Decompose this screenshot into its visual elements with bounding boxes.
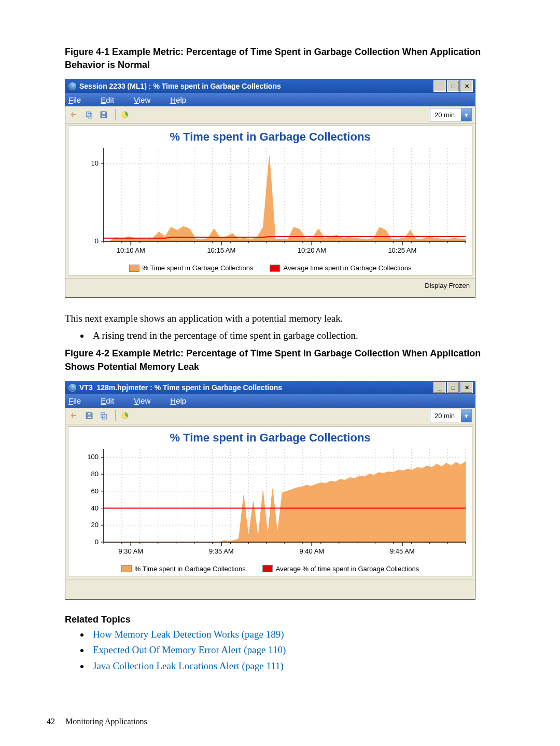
figure-4-1-caption: Figure 4-1 Example Metric: Percentage of… xyxy=(65,46,513,72)
svg-text:20: 20 xyxy=(91,521,99,529)
menu-help[interactable]: Help xyxy=(170,95,186,104)
body-paragraph: This next example shows an application w… xyxy=(65,311,513,326)
titlebar[interactable]: Session 2233 (ML1) : % Time spent in Gar… xyxy=(65,79,475,93)
svg-text:9:40 AM: 9:40 AM xyxy=(299,547,324,555)
svg-text:10:20 AM: 10:20 AM xyxy=(298,246,326,254)
gc-chart-leak: 0204060801009:30 AM9:35 AM9:40 AM9:45 AM xyxy=(68,446,471,563)
close-button[interactable]: ✕ xyxy=(460,80,473,92)
related-topics-list: How Memory Leak Detection Works (page 18… xyxy=(65,627,513,674)
status-bar xyxy=(65,579,475,599)
body-bullet: A rising trend in the percentage of time… xyxy=(90,328,513,343)
pie-icon[interactable] xyxy=(119,409,131,422)
legend: % Time spent in Garbage Collections Aver… xyxy=(68,262,472,275)
link-memory-leak-detection[interactable]: How Memory Leak Detection Works (page 18… xyxy=(93,629,284,640)
svg-rect-63 xyxy=(88,413,91,415)
svg-text:40: 40 xyxy=(91,504,99,512)
menu-view[interactable]: View xyxy=(134,95,150,104)
legend-series-2: Average time spent in Garbage Collection… xyxy=(283,264,411,272)
time-range-dropdown[interactable]: 20 min ▾ xyxy=(430,108,472,121)
figure-4-2-caption: Figure 4-2 Example Metric: Percentage of… xyxy=(65,347,513,373)
menu-file[interactable]: File xyxy=(68,396,81,405)
svg-text:10:10 AM: 10:10 AM xyxy=(117,246,145,254)
link-collection-leak-alert[interactable]: Java Collection Leak Locations Alert (pa… xyxy=(93,660,284,671)
status-bar: Display Frozen xyxy=(65,278,475,295)
window-title: VT3_128m.hpjmeter : % Time spent in Garb… xyxy=(79,383,282,392)
time-range-value: 20 min xyxy=(430,111,461,119)
toolbar: 20 min ▾ xyxy=(65,106,475,123)
svg-text:80: 80 xyxy=(91,470,99,478)
svg-text:60: 60 xyxy=(91,487,99,495)
svg-text:9:45 AM: 9:45 AM xyxy=(390,547,415,555)
svg-text:9:30 AM: 9:30 AM xyxy=(118,547,143,555)
svg-text:0: 0 xyxy=(95,538,99,546)
menu-view[interactable]: View xyxy=(134,396,150,405)
menu-file[interactable]: File xyxy=(68,95,81,104)
copy-icon[interactable] xyxy=(97,409,110,422)
menu-help[interactable]: Help xyxy=(170,396,186,405)
legend-series-1: % Time spent in Garbage Collections xyxy=(143,264,254,272)
svg-text:9:35 AM: 9:35 AM xyxy=(209,547,234,555)
legend-series-2: Average % of time spent in Garbage Colle… xyxy=(276,565,419,573)
toolbar: 20 min ▾ xyxy=(65,408,475,424)
section-name: Monitoring Applications xyxy=(65,717,147,726)
time-range-dropdown[interactable]: 20 min ▾ xyxy=(430,409,472,422)
copy-icon[interactable] xyxy=(83,108,95,121)
chevron-down-icon: ▾ xyxy=(461,108,471,121)
svg-text:10:25 AM: 10:25 AM xyxy=(388,246,416,254)
close-button[interactable]: ✕ xyxy=(460,382,473,393)
legend-series-1: % Time spent in Garbage Collections xyxy=(135,565,246,573)
related-topics-heading: Related Topics xyxy=(65,614,513,625)
svg-text:0: 0 xyxy=(95,237,99,245)
window-gc-leak: VT3_128m.hpjmeter : % Time spent in Garb… xyxy=(65,381,475,600)
page-number: 42 xyxy=(47,717,55,726)
maximize-button[interactable]: □ xyxy=(447,80,459,92)
chart-title: % Time spent in Garbage Collections xyxy=(68,427,472,446)
save-icon[interactable] xyxy=(83,409,95,422)
chevron-down-icon: ▾ xyxy=(461,409,471,422)
gc-chart-normal: 01010:10 AM10:15 AM10:20 AM10:25 AM xyxy=(68,145,471,262)
back-icon[interactable] xyxy=(68,409,81,422)
chart-title: % Time spent in Garbage Collections xyxy=(68,126,472,145)
save-icon[interactable] xyxy=(97,108,110,121)
menubar: File Edit View Help xyxy=(65,93,475,106)
svg-text:10:15 AM: 10:15 AM xyxy=(207,246,235,254)
window-title: Session 2233 (ML1) : % Time spent in Gar… xyxy=(79,82,281,90)
window-gc-normal: Session 2233 (ML1) : % Time spent in Gar… xyxy=(65,79,475,298)
titlebar[interactable]: VT3_128m.hpjmeter : % Time spent in Garb… xyxy=(65,381,475,394)
svg-rect-64 xyxy=(87,417,91,419)
java-icon xyxy=(68,82,76,90)
legend: % Time spent in Garbage Collections Aver… xyxy=(68,563,472,576)
menu-edit[interactable]: Edit xyxy=(101,95,114,104)
java-icon xyxy=(68,384,76,392)
back-icon[interactable] xyxy=(68,108,81,121)
maximize-button[interactable]: □ xyxy=(447,382,459,393)
svg-rect-2 xyxy=(102,112,105,114)
minimize-button[interactable]: _ xyxy=(433,80,446,92)
pie-icon[interactable] xyxy=(119,108,131,121)
svg-rect-3 xyxy=(102,116,106,118)
svg-text:10: 10 xyxy=(91,159,99,167)
menubar: File Edit View Help xyxy=(65,394,475,407)
page-footer: 42 Monitoring Applications xyxy=(47,717,147,726)
menu-edit[interactable]: Edit xyxy=(101,396,114,405)
svg-text:100: 100 xyxy=(87,453,99,461)
minimize-button[interactable]: _ xyxy=(433,382,446,393)
time-range-value: 20 min xyxy=(430,412,461,420)
link-oom-alert[interactable]: Expected Out Of Memory Error Alert (page… xyxy=(93,644,286,655)
